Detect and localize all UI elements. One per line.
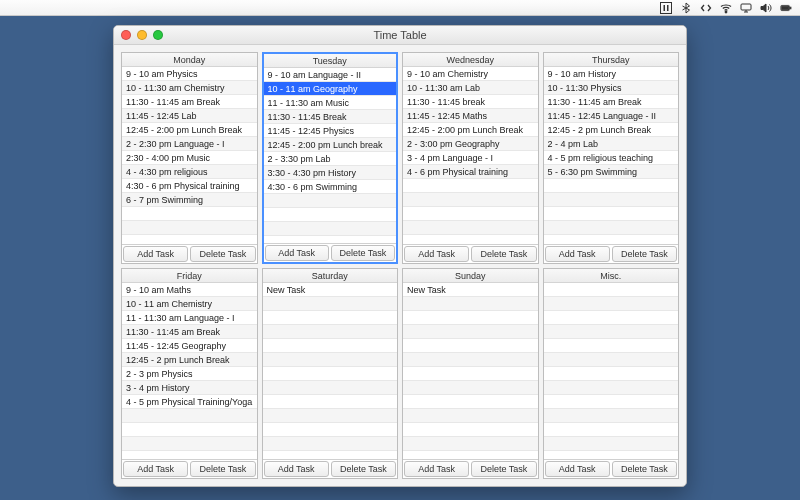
task-row[interactable]: 11:45 - 12:45 Physics <box>264 124 397 138</box>
task-row[interactable] <box>403 381 538 395</box>
task-row[interactable]: 12:45 - 2 pm Lunch Break <box>544 123 679 137</box>
task-row[interactable]: 11 - 11:30 am Music <box>264 96 397 110</box>
task-row[interactable] <box>544 409 679 423</box>
task-row[interactable] <box>122 423 257 437</box>
add-task-button[interactable]: Add Task <box>123 246 188 262</box>
task-row[interactable]: 10 - 11:30 am Lab <box>403 81 538 95</box>
task-row[interactable]: 4:30 - 6 pm Physical training <box>122 179 257 193</box>
task-row[interactable] <box>122 221 257 235</box>
task-row[interactable]: 11:30 - 11:45 am Break <box>122 95 257 109</box>
task-row[interactable] <box>544 353 679 367</box>
task-row[interactable]: 3 - 4 pm Language - I <box>403 151 538 165</box>
task-row[interactable]: 11:30 - 11:45 Break <box>264 110 397 124</box>
task-row[interactable] <box>544 381 679 395</box>
task-row[interactable] <box>263 367 398 381</box>
task-row[interactable]: 12:45 - 2:00 pm Lunch Break <box>122 123 257 137</box>
task-row[interactable] <box>544 423 679 437</box>
task-row[interactable] <box>263 325 398 339</box>
task-row[interactable] <box>544 207 679 221</box>
task-row[interactable] <box>263 409 398 423</box>
task-row[interactable] <box>403 297 538 311</box>
task-row[interactable]: 3 - 4 pm History <box>122 381 257 395</box>
task-row[interactable] <box>544 221 679 235</box>
battery-icon[interactable] <box>780 2 792 14</box>
code-icon[interactable] <box>700 2 712 14</box>
task-row[interactable]: 4 - 6 pm Physical training <box>403 165 538 179</box>
task-row[interactable]: New Task <box>403 283 538 297</box>
task-row[interactable]: 11:45 - 12:45 Maths <box>403 109 538 123</box>
task-row[interactable] <box>263 395 398 409</box>
task-row[interactable]: 4 - 5 pm Physical Training/Yoga <box>122 395 257 409</box>
task-row[interactable] <box>544 297 679 311</box>
task-row[interactable] <box>403 409 538 423</box>
task-row[interactable]: 11:45 - 12:45 Lab <box>122 109 257 123</box>
minimize-icon[interactable] <box>137 30 147 40</box>
task-row[interactable] <box>544 395 679 409</box>
task-row[interactable] <box>403 179 538 193</box>
task-row[interactable] <box>403 311 538 325</box>
task-row[interactable] <box>263 339 398 353</box>
task-row[interactable]: New Task <box>263 283 398 297</box>
add-task-button[interactable]: Add Task <box>265 245 329 261</box>
wifi-icon[interactable] <box>720 2 732 14</box>
delete-task-button[interactable]: Delete Task <box>612 246 677 262</box>
task-row[interactable] <box>264 208 397 222</box>
task-row[interactable]: 2 - 4 pm Lab <box>544 137 679 151</box>
add-task-button[interactable]: Add Task <box>264 461 329 477</box>
task-row[interactable]: 4 - 5 pm religious teaching <box>544 151 679 165</box>
task-row[interactable]: 9 - 10 am Maths <box>122 283 257 297</box>
task-row[interactable]: 11 - 11:30 am Language - I <box>122 311 257 325</box>
task-list[interactable]: 9 - 10 am Language - II10 - 11 am Geogra… <box>264 68 397 243</box>
task-row[interactable]: 10 - 11:30 Physics <box>544 81 679 95</box>
task-list[interactable]: 9 - 10 am Maths10 - 11 am Chemistry11 - … <box>122 283 257 460</box>
task-row[interactable]: 10 - 11 am Geography <box>264 82 397 96</box>
task-row[interactable] <box>544 283 679 297</box>
task-row[interactable]: 4:30 - 6 pm Swimming <box>264 180 397 194</box>
task-row[interactable]: 2 - 3 pm Physics <box>122 367 257 381</box>
close-icon[interactable] <box>121 30 131 40</box>
delete-task-button[interactable]: Delete Task <box>331 245 395 261</box>
task-list[interactable]: New Task <box>403 283 538 460</box>
task-list[interactable]: New Task <box>263 283 398 460</box>
task-row[interactable] <box>544 339 679 353</box>
delete-task-button[interactable]: Delete Task <box>471 461 536 477</box>
task-row[interactable] <box>263 297 398 311</box>
task-row[interactable] <box>263 437 398 451</box>
task-row[interactable] <box>403 353 538 367</box>
task-row[interactable] <box>403 193 538 207</box>
task-row[interactable]: 11:45 - 12:45 Geography <box>122 339 257 353</box>
task-row[interactable]: 9 - 10 am Chemistry <box>403 67 538 81</box>
task-row[interactable] <box>263 423 398 437</box>
task-row[interactable]: 3:30 - 4:30 pm History <box>264 166 397 180</box>
delete-task-button[interactable]: Delete Task <box>612 461 677 477</box>
task-row[interactable]: 11:30 - 11:45 am Break <box>544 95 679 109</box>
task-row[interactable] <box>122 437 257 451</box>
task-row[interactable] <box>403 221 538 235</box>
task-row[interactable] <box>403 325 538 339</box>
task-list[interactable]: 9 - 10 am History10 - 11:30 Physics11:30… <box>544 67 679 244</box>
add-task-button[interactable]: Add Task <box>404 461 469 477</box>
task-row[interactable]: 2:30 - 4:00 pm Music <box>122 151 257 165</box>
task-row[interactable] <box>403 395 538 409</box>
delete-task-button[interactable]: Delete Task <box>471 246 536 262</box>
task-row[interactable] <box>122 409 257 423</box>
task-row[interactable]: 2 - 3:00 pm Geography <box>403 137 538 151</box>
task-row[interactable]: 4 - 4:30 pm religious <box>122 165 257 179</box>
add-task-button[interactable]: Add Task <box>545 246 610 262</box>
task-row[interactable]: 10 - 11:30 am Chemistry <box>122 81 257 95</box>
task-row[interactable]: 12:45 - 2:00 pm Lunch Break <box>403 123 538 137</box>
display-icon[interactable] <box>740 2 752 14</box>
delete-task-button[interactable]: Delete Task <box>331 461 396 477</box>
zoom-icon[interactable] <box>153 30 163 40</box>
volume-icon[interactable] <box>760 2 772 14</box>
task-list[interactable]: 9 - 10 am Chemistry10 - 11:30 am Lab11:3… <box>403 67 538 244</box>
task-row[interactable]: 12:45 - 2 pm Lunch Break <box>122 353 257 367</box>
task-row[interactable]: 5 - 6:30 pm Swimming <box>544 165 679 179</box>
add-task-button[interactable]: Add Task <box>404 246 469 262</box>
task-row[interactable] <box>263 381 398 395</box>
task-row[interactable] <box>544 311 679 325</box>
task-row[interactable] <box>544 367 679 381</box>
task-row[interactable] <box>403 207 538 221</box>
add-task-button[interactable]: Add Task <box>545 461 610 477</box>
task-row[interactable]: 2 - 2:30 pm Language - I <box>122 137 257 151</box>
